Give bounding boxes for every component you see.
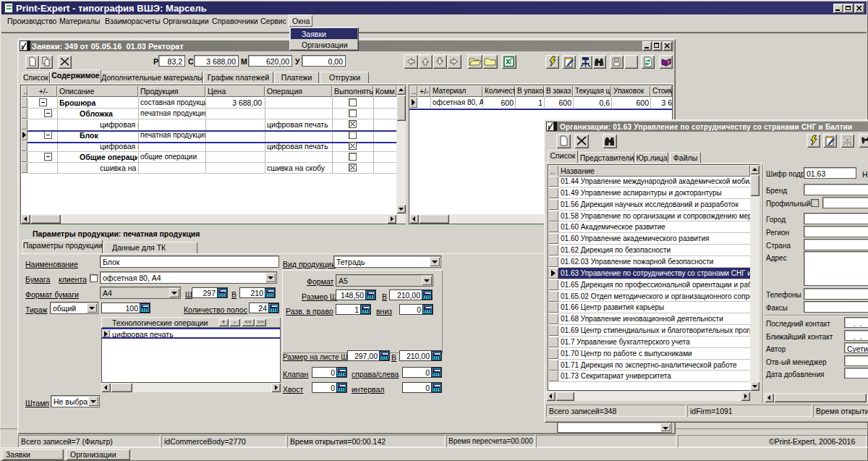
svg-text:?: ? — [667, 60, 670, 65]
